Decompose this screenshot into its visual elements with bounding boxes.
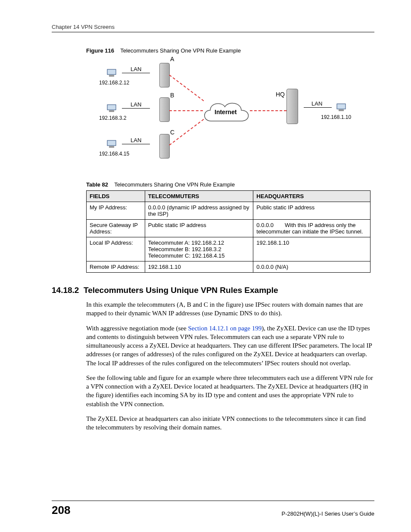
cell-hq: 0.0.0.0 (N/A) (253, 261, 371, 273)
table-row: Remote IP Address: 192.168.1.10 0.0.0.0 … (87, 261, 371, 273)
chapter-header: Chapter 14 VPN Screens (52, 24, 374, 32)
paragraph: The ZyXEL Device at headquarters can als… (86, 414, 374, 432)
svg-rect-0 (107, 69, 116, 75)
lan-line-c (122, 144, 150, 144)
internet-cloud-icon: Internet (198, 97, 254, 128)
lan-hq-label: LAN (311, 100, 322, 107)
cell-hq: 192.168.1.10 (253, 237, 371, 261)
vpn-rule-table: FIELDS TELECOMMUTERS HEADQUARTERS My IP … (86, 190, 371, 273)
cell-hq: 0.0.0.0 With this IP address only the te… (253, 220, 371, 237)
svg-rect-6 (337, 104, 346, 109)
svg-rect-2 (107, 105, 116, 110)
cell-hq: Public static IP address (253, 202, 371, 220)
svg-rect-3 (109, 110, 114, 112)
svg-rect-4 (107, 140, 116, 146)
para-3: See the following table and figure for a… (86, 374, 373, 408)
node-b-label: B (170, 92, 174, 99)
ip-b: 192.168.3.2 (99, 115, 126, 121)
internet-label: Internet (215, 109, 237, 115)
cross-ref-link[interactable]: Section 14.12.1 on page 199 (188, 325, 262, 332)
table-label: Table 82 (86, 181, 108, 188)
cell-tele: Public static IP address (145, 220, 253, 237)
figure-caption: Figure 116 Telecommuters Sharing One VPN… (86, 47, 374, 54)
paragraph: In this example the telecommuters (A, B … (86, 300, 374, 318)
lan-line-b (122, 108, 150, 109)
node-hq-label: HQ (276, 91, 285, 98)
pc-a-icon (106, 68, 118, 78)
table-row: Local IP Address: Telecommuter A: 192.16… (87, 237, 371, 261)
ip-c: 192.168.4.15 (99, 151, 129, 157)
pc-c-icon (106, 140, 118, 149)
page-number: 208 (52, 504, 70, 517)
lan-a-label: LAN (131, 66, 141, 72)
table-body: My IP Address: 0.0.0.0 (dynamic IP addre… (87, 202, 371, 273)
section-heading: 14.18.2 Telecommuters Using Unique VPN R… (52, 286, 374, 295)
lan-line-a (122, 73, 150, 73)
vpn-line-hq (250, 110, 286, 111)
pc-b-icon (106, 104, 118, 113)
router-c-icon (159, 134, 170, 159)
cell-field: My IP Address: (87, 202, 145, 220)
cell-field: Local IP Address: (87, 237, 145, 261)
section-number: 14.18.2 (52, 286, 79, 295)
th-telecommuters: TELECOMMUTERS (145, 191, 253, 202)
lan-line-hq (304, 107, 332, 108)
chapter-title: Chapter 14 VPN Screens (52, 24, 115, 30)
cell-field: Secure Gateway IP Address: (87, 220, 145, 237)
lan-c-label: LAN (131, 137, 141, 143)
page-footer: 208 P-2802H(W)(L)-I Series User’s Guide (52, 501, 374, 517)
cell-tele: 192.168.1.10 (145, 261, 253, 273)
pc-hq-icon (336, 103, 348, 112)
ip-a: 192.168.2.12 (99, 80, 129, 86)
network-diagram: A B C HQ LAN LAN LAN LAN 192.168.2.12 19… (97, 56, 355, 168)
para-1: In this example the telecommuters (A, B … (86, 301, 363, 317)
router-b-icon (159, 97, 170, 122)
vpn-line-a (169, 75, 204, 101)
para-4: The ZyXEL Device at headquarters can als… (86, 415, 366, 431)
figure-title: Telecommuters Sharing One VPN Rule Examp… (120, 47, 241, 54)
paragraph: With aggressive negotiation mode (see Se… (86, 324, 374, 367)
vpn-line-b (169, 110, 203, 111)
para-2a: With aggressive negotiation mode (see (86, 325, 188, 332)
node-c-label: C (170, 129, 174, 136)
table-title: Telecommuters Sharing One VPN Rule Examp… (114, 181, 235, 188)
guide-title: P-2802H(W)(L)-I Series User’s Guide (281, 510, 374, 517)
table-caption: Table 82 Telecommuters Sharing One VPN R… (86, 181, 374, 188)
section-title: Telecommuters Using Unique VPN Rules Exa… (84, 286, 278, 295)
cell-field: Remote IP Address: (87, 261, 145, 273)
svg-rect-5 (109, 146, 114, 148)
lan-b-label: LAN (131, 101, 141, 108)
ip-hq: 192.168.1.10 (321, 114, 351, 120)
th-fields: FIELDS (87, 191, 145, 202)
router-hq-icon (286, 89, 298, 124)
cell-tele: 0.0.0.0 (dynamic IP address assigned by … (145, 202, 253, 220)
table-row: My IP Address: 0.0.0.0 (dynamic IP addre… (87, 202, 371, 220)
paragraph: See the following table and figure for a… (86, 373, 374, 408)
th-headquarters: HEADQUARTERS (253, 191, 371, 202)
cell-tele: Telecommuter A: 192.168.2.12 Telecommute… (145, 237, 253, 261)
table-row: Secure Gateway IP Address: Public static… (87, 220, 371, 237)
node-a-label: A (170, 56, 174, 62)
svg-rect-1 (109, 75, 114, 77)
figure-label: Figure 116 (86, 47, 114, 54)
router-a-icon (159, 63, 170, 87)
svg-rect-7 (339, 109, 344, 111)
